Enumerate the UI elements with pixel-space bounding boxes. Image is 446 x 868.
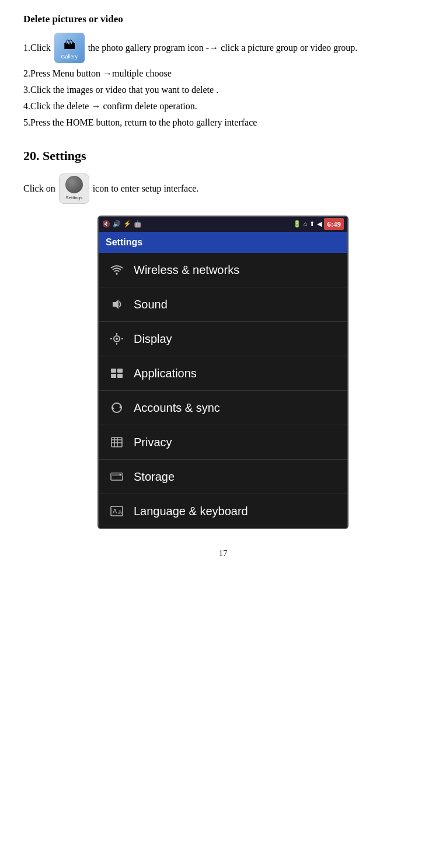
settings-click-row: Click on Settings icon to enter setup in… [23, 173, 423, 204]
accounts-sync-label: Accounts & sync [134, 399, 220, 416]
status-time: 6:49 [324, 218, 344, 231]
volume-mute-icon: 🔇 [102, 219, 110, 229]
volume-up-icon: 🔊 [113, 219, 121, 229]
settings-gear-shape [65, 176, 83, 193]
display-label: Display [134, 330, 172, 348]
svg-marker-1 [113, 300, 119, 309]
svg-marker-13 [112, 407, 114, 410]
settings-item-storage[interactable]: Storage [99, 460, 347, 494]
steps-block: 2.Press Menu button →multiple choose 3.C… [23, 67, 423, 130]
delete-section-title: Delete pictures or video [23, 12, 423, 27]
sound-icon [108, 296, 126, 313]
wifi-icon [108, 261, 126, 279]
page-number: 17 [23, 547, 423, 560]
step2: 2.Press Menu button →multiple choose [23, 67, 423, 81]
svg-point-3 [116, 338, 118, 340]
language-icon: A あ [108, 502, 126, 520]
settings-item-accounts[interactable]: Accounts & sync [99, 391, 347, 425]
storage-label: Storage [134, 468, 175, 485]
storage-icon [108, 468, 126, 485]
wireless-networks-label: Wireless & networks [134, 261, 239, 279]
settings-item-sound[interactable]: Sound [99, 287, 347, 322]
svg-rect-10 [111, 374, 116, 378]
status-bar: 🔇 🔊 ⚡ 🤖 🔋 ⌂ ⬆ ◀ 6:49 [99, 217, 347, 232]
usb-icon: ⚡ [123, 219, 131, 229]
settings-item-applications[interactable]: Applications [99, 356, 347, 391]
svg-point-21 [120, 474, 121, 475]
applications-label: Applications [134, 364, 197, 382]
home-icon: ⌂ [304, 219, 308, 229]
step5: 5.Press the HOME button, return to the p… [23, 116, 423, 130]
applications-icon [108, 364, 126, 382]
settings-section-title: 20. Settings [23, 146, 423, 165]
settings-item-privacy[interactable]: Privacy [99, 425, 347, 460]
sync-icon [108, 399, 126, 416]
settings-item-display[interactable]: Display [99, 322, 347, 356]
svg-point-0 [116, 273, 118, 275]
click-suffix: icon to enter setup interface. [93, 182, 199, 196]
status-bar-left: 🔇 🔊 ⚡ 🤖 [102, 219, 142, 229]
privacy-label: Privacy [134, 433, 172, 451]
step3: 3.Click the images or video that you wan… [23, 83, 423, 97]
delete-section: Delete pictures or video 1.Click the pho… [23, 12, 423, 130]
settings-header: Settings [99, 232, 347, 253]
step1-prefix: 1.Click [23, 41, 51, 55]
display-icon [108, 330, 126, 348]
svg-text:A: A [113, 508, 117, 515]
settings-item-language[interactable]: A あ Language & keyboard [99, 494, 347, 528]
settings-list: Wireless & networks Sound [99, 253, 347, 528]
language-keyboard-label: Language & keyboard [134, 502, 248, 520]
phone-mockup: 🔇 🔊 ⚡ 🤖 🔋 ⌂ ⬆ ◀ 6:49 Settings [97, 216, 349, 529]
svg-rect-9 [117, 369, 123, 373]
svg-rect-14 [112, 438, 122, 447]
svg-rect-8 [111, 369, 116, 373]
status-bar-right: 🔋 ⌂ ⬆ ◀ 6:49 [293, 218, 344, 231]
settings-item-wireless[interactable]: Wireless & networks [99, 253, 347, 287]
settings-icon-label: Settings [65, 195, 82, 202]
page-content: Delete pictures or video 1.Click the pho… [0, 0, 446, 583]
step4: 4.Click the delete → confirm delete oper… [23, 99, 423, 113]
upload-icon: ⬆ [309, 219, 315, 229]
step1-suffix: the photo gallery program icon -→ click … [88, 41, 358, 55]
settings-section: 20. Settings Click on Settings icon to e… [23, 146, 423, 529]
svg-rect-11 [117, 374, 123, 378]
battery-icon: 🔋 [293, 219, 301, 229]
svg-text:あ: あ [118, 509, 123, 515]
back-icon: ◀ [317, 219, 322, 229]
step1-row: 1.Click the photo gallery program icon -… [23, 33, 423, 63]
sound-label: Sound [134, 296, 168, 313]
privacy-icon [108, 433, 126, 451]
android-icon: 🤖 [134, 219, 142, 229]
settings-app-icon: Settings [59, 173, 89, 204]
gallery-icon [54, 33, 85, 63]
click-prefix: Click on [23, 182, 55, 196]
